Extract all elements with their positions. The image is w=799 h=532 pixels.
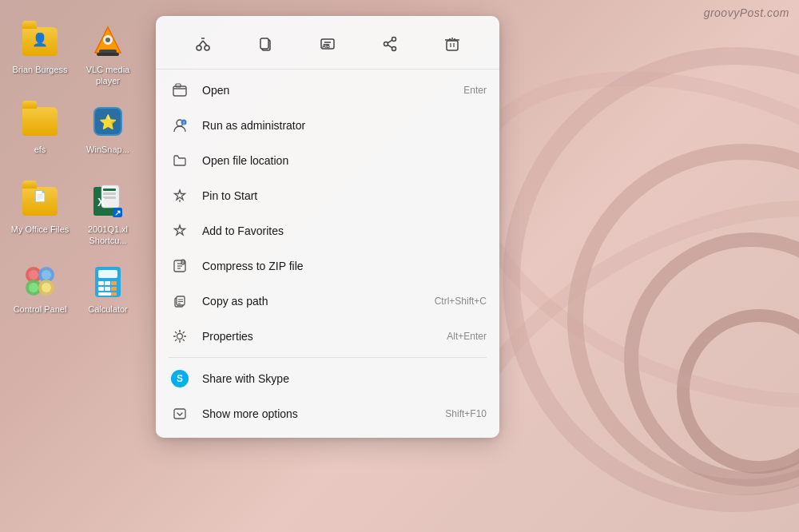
watermark-text: groovyPost.com	[704, 6, 789, 19]
svg-rect-64	[176, 84, 181, 87]
copy-path-label: Copy as path	[202, 295, 419, 308]
open-file-location-label: Open file location	[202, 154, 487, 167]
svg-text:X: X	[97, 196, 105, 208]
menu-item-properties[interactable]: Properties Alt+Enter	[156, 319, 499, 354]
svg-line-87	[183, 332, 185, 333]
desktop-icon-label: Control Panel	[14, 304, 67, 315]
desktop-icon-brian-burgess[interactable]: 👤 Brian Burgess	[8, 16, 72, 96]
desktop-icon-vlc[interactable]: VLC media player	[76, 16, 140, 96]
svg-rect-39	[111, 292, 117, 296]
svg-rect-89	[174, 409, 185, 419]
svg-text:↗: ↗	[114, 208, 121, 217]
svg-rect-46	[260, 38, 268, 49]
svg-rect-8	[97, 53, 119, 56]
svg-text:AB: AB	[322, 43, 330, 49]
background-decoration	[479, 0, 799, 532]
compress-zip-label: Compress to ZIP file	[202, 260, 487, 272]
desktop-icon-label: Brian Burgess	[12, 64, 67, 75]
properties-shortcut: Alt+Enter	[447, 331, 487, 342]
menu-divider	[169, 357, 487, 358]
winsnap-icon: ⭐	[89, 102, 127, 141]
copy-path-shortcut: Ctrl+Shift+C	[435, 296, 487, 307]
desktop-icon-excel[interactable]: X ↗ 2001Q1.xl Shortcu...	[76, 176, 140, 256]
show-more-shortcut: Shift+F10	[445, 408, 487, 419]
copy-path-icon	[169, 290, 191, 312]
desktop-icon-office-files[interactable]: 📄 My Office Files	[8, 176, 72, 256]
show-more-label: Show more options	[202, 407, 429, 420]
desktop-icon-winsnap[interactable]: ⭐ WinSnap...	[76, 96, 140, 176]
svg-rect-35	[98, 287, 104, 291]
svg-rect-37	[111, 287, 117, 291]
svg-point-26	[29, 270, 38, 280]
desktop-icon-label: VLC media player	[76, 64, 140, 87]
desktop-icon-label: efs	[34, 144, 46, 155]
menu-item-open[interactable]: Open Enter	[156, 73, 499, 108]
add-favorites-label: Add to Favorites	[202, 224, 487, 237]
vlc-icon	[89, 22, 127, 61]
desktop-icon-label: Calculator	[88, 304, 128, 315]
user-folder-icon: 👤	[21, 22, 59, 61]
properties-label: Properties	[202, 330, 431, 343]
svg-rect-56	[447, 41, 458, 50]
menu-item-pin-to-start[interactable]: Pin to Start	[156, 178, 499, 213]
menu-item-add-favorites[interactable]: Add to Favorites	[156, 213, 499, 248]
svg-point-28	[29, 283, 38, 292]
run-admin-label: Run as administrator	[202, 119, 487, 132]
calculator-icon	[89, 262, 127, 300]
desktop-icon-calculator[interactable]: Calculator	[76, 256, 140, 335]
desktop-icon-label: My Office Files	[11, 224, 70, 235]
svg-line-85	[175, 332, 177, 333]
open-icon	[169, 79, 191, 101]
menu-item-compress-zip[interactable]: Z Compress to ZIP file	[156, 248, 499, 284]
svg-rect-31	[98, 270, 117, 278]
svg-line-54	[388, 40, 392, 43]
svg-point-41	[205, 46, 209, 50]
svg-line-43	[203, 41, 207, 46]
svg-point-10	[105, 38, 110, 42]
desktop-icons-grid: 👤 Brian Burgess VLC media player	[8, 16, 144, 335]
svg-point-2	[631, 240, 799, 479]
delete-button[interactable]	[437, 29, 467, 59]
open-file-location-icon	[169, 149, 191, 172]
svg-rect-34	[111, 281, 117, 285]
properties-icon	[169, 325, 191, 347]
svg-rect-36	[105, 287, 110, 291]
menu-item-show-more[interactable]: Show more options Shift+F10	[156, 396, 499, 431]
svg-point-27	[42, 270, 51, 280]
desktop-icon-label: 2001Q1.xl Shortcu...	[76, 224, 140, 247]
svg-rect-38	[98, 292, 111, 296]
svg-rect-18	[103, 197, 116, 199]
context-menu-toolbar: AB	[156, 22, 499, 69]
desktop-icon-efs[interactable]: efs	[8, 96, 72, 176]
svg-point-52	[384, 42, 388, 46]
cut-button[interactable]	[188, 29, 218, 59]
folder-icon: 📄	[21, 182, 59, 220]
desktop-icon-control-panel[interactable]: Control Panel	[8, 256, 72, 335]
run-admin-icon: !	[169, 114, 191, 137]
svg-line-55	[388, 45, 392, 48]
pin-to-start-icon	[169, 185, 191, 207]
svg-rect-17	[103, 193, 116, 195]
svg-point-53	[392, 47, 396, 51]
svg-line-42	[199, 41, 203, 46]
open-shortcut: Enter	[463, 85, 487, 96]
rename-button[interactable]: AB	[312, 29, 343, 59]
desktop: groovyPost.com 👤 Brian Burgess	[0, 0, 799, 532]
svg-point-51	[392, 38, 396, 42]
compress-zip-icon: Z	[169, 255, 191, 277]
svg-line-88	[175, 339, 177, 341]
menu-item-run-admin[interactable]: ! Run as administrator	[156, 108, 499, 143]
svg-rect-16	[103, 189, 116, 191]
menu-item-copy-path[interactable]: Copy as path Ctrl+Shift+C	[156, 284, 499, 319]
show-more-icon	[169, 403, 191, 425]
desktop-icon-label: WinSnap...	[86, 144, 129, 155]
open-label: Open	[202, 84, 447, 97]
svg-rect-33	[105, 281, 110, 285]
share-skype-label: Share with Skype	[202, 372, 487, 385]
menu-item-share-skype[interactable]: S Share with Skype	[156, 361, 499, 396]
excel-icon: X ↗	[89, 182, 127, 220]
copy-button[interactable]	[250, 29, 280, 59]
share-button[interactable]	[375, 29, 405, 59]
menu-item-open-file-location[interactable]: Open file location	[156, 143, 499, 178]
svg-rect-32	[98, 281, 104, 285]
